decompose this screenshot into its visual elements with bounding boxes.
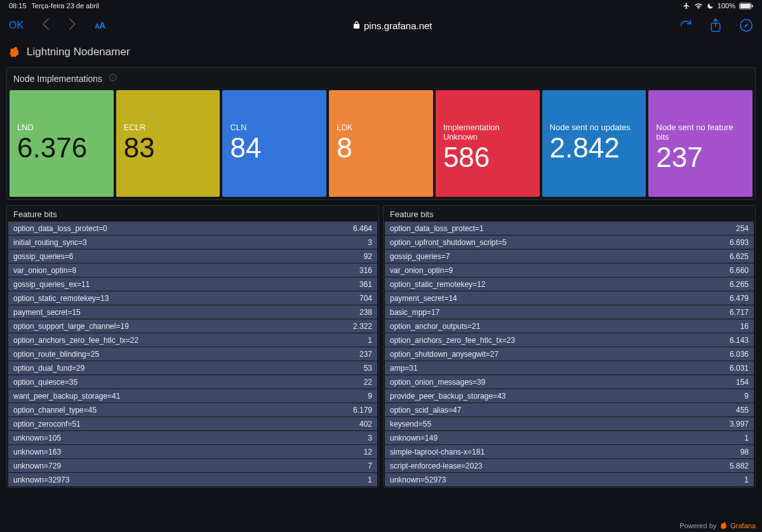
url-host: pins.grafana.net xyxy=(364,20,432,31)
table-row[interactable]: unknown=1053 xyxy=(8,431,377,444)
feature-value: 2.322 xyxy=(348,322,372,331)
feature-value: 6.179 xyxy=(348,406,372,415)
stat-panel[interactable]: LDK8 xyxy=(329,90,433,197)
feature-value: 254 xyxy=(731,224,749,233)
wifi-icon xyxy=(694,3,703,9)
stat-panel[interactable]: ECLR83 xyxy=(116,90,220,197)
feature-value: 316 xyxy=(354,266,372,275)
feature-value: 22 xyxy=(359,378,372,387)
feature-value: 455 xyxy=(731,406,749,415)
table-row[interactable]: option_data_loss_protect=06.464 xyxy=(8,222,377,235)
table-row[interactable]: simple-taproot-chans-x=18198 xyxy=(385,445,754,458)
table-row[interactable]: unknown=1491 xyxy=(385,431,754,444)
table-row[interactable]: option_support_large_channel=192.322 xyxy=(8,319,377,333)
feature-name: option_quiesce=35 xyxy=(13,378,77,387)
text-size-button[interactable]: AA xyxy=(95,20,105,30)
table-row[interactable]: payment_secret=146.479 xyxy=(385,291,754,305)
feature-value: 6.031 xyxy=(725,364,749,373)
table-row[interactable]: want_peer_backup_storage=419 xyxy=(8,389,377,402)
dashboard-header: Lightning Nodenamer xyxy=(0,39,762,62)
info-icon[interactable] xyxy=(109,73,117,84)
table-row[interactable]: option_quiesce=3522 xyxy=(8,375,377,389)
stat-label: LND xyxy=(17,123,106,133)
feature-name: option_shutdown_anysegwit=27 xyxy=(390,350,498,359)
table-row[interactable]: option_zeroconf=51402 xyxy=(8,417,377,430)
table-row[interactable]: option_static_remotekey=13704 xyxy=(8,291,377,305)
table-row[interactable]: provide_peer_backup_storage=439 xyxy=(385,389,754,402)
stat-panel[interactable]: LND6.376 xyxy=(10,90,114,197)
table-row[interactable]: gossip_queries_ex=11361 xyxy=(8,277,377,291)
table-row[interactable]: option_scid_alias=47455 xyxy=(385,403,754,416)
feature-name: option_anchor_outputs=21 xyxy=(390,322,480,331)
feature-value: 6.660 xyxy=(725,266,749,275)
forward-button[interactable] xyxy=(68,18,77,33)
table-row[interactable]: unknown=529731 xyxy=(385,473,754,486)
feature-bits-table[interactable]: option_data_loss_protect=06.464initial_r… xyxy=(7,222,378,487)
dashboard-title[interactable]: Lightning Nodenamer xyxy=(27,46,130,58)
ipad-status-bar: 08:15 Terça-feira 23 de abril 100% xyxy=(0,0,762,11)
table-row[interactable]: unknown=16312 xyxy=(8,445,377,458)
table-row[interactable]: gossip_queries=692 xyxy=(8,249,377,263)
table-row[interactable]: initial_routing_sync=33 xyxy=(8,236,377,249)
url-bar[interactable]: pins.grafana.net xyxy=(353,20,432,31)
feature-name: option_anchors_zero_fee_htlc_tx=23 xyxy=(390,336,515,345)
back-button[interactable] xyxy=(41,18,50,33)
table-row[interactable]: option_dual_fund=2953 xyxy=(8,361,377,375)
feature-name: unknown=149 xyxy=(390,434,438,442)
table-row[interactable]: option_static_remotekey=126.265 xyxy=(385,277,754,291)
powered-by-label: Powered by xyxy=(679,522,716,529)
feature-name: option_route_blinding=25 xyxy=(13,350,99,359)
stat-value: 8 xyxy=(337,133,425,163)
table-row[interactable]: option_onion_messages=39154 xyxy=(385,375,754,389)
stat-value: 237 xyxy=(656,142,745,173)
feature-value: 1 xyxy=(363,475,372,484)
table-row[interactable]: option_anchor_outputs=2116 xyxy=(385,319,754,333)
feature-name: option_static_remotekey=12 xyxy=(390,280,485,289)
feature-name: payment_secret=15 xyxy=(13,308,81,317)
feature-value: 402 xyxy=(354,420,372,429)
reload-button[interactable] xyxy=(679,19,692,32)
table-row[interactable]: script-enforced-lease=20235.882 xyxy=(385,459,754,472)
feature-value: 92 xyxy=(359,252,372,261)
feature-bits-table[interactable]: option_data_loss_protect=1254option_upfr… xyxy=(384,222,755,487)
table-row[interactable]: keysend=553.997 xyxy=(385,417,754,430)
stat-label: CLN xyxy=(230,123,319,133)
done-button[interactable]: OK xyxy=(9,20,23,31)
table-row[interactable]: unknown=7297 xyxy=(8,459,377,472)
table-row[interactable]: option_route_blinding=25237 xyxy=(8,347,377,361)
share-button[interactable] xyxy=(710,18,721,32)
feature-value: 6.693 xyxy=(725,238,749,247)
stat-panel[interactable]: CLN84 xyxy=(222,90,326,197)
safari-compass-button[interactable] xyxy=(739,18,753,32)
table-row[interactable]: basic_mpp=176.717 xyxy=(385,305,754,319)
status-time: 08:15 xyxy=(9,2,27,10)
feature-name: option_upfront_shutdown_script=5 xyxy=(390,238,507,247)
feature-value: 6.036 xyxy=(725,350,749,359)
table-row[interactable]: option_channel_type=456.179 xyxy=(8,403,377,416)
stat-panel[interactable]: Implementation Unknown586 xyxy=(436,90,540,197)
feature-bits-left-panel: Feature bits option_data_loss_protect=06… xyxy=(6,205,379,488)
table-row[interactable]: gossip_queries=76.625 xyxy=(385,249,754,263)
feature-value: 9 xyxy=(739,392,749,401)
grafana-logo-icon xyxy=(9,46,20,58)
feature-name: option_zeroconf=51 xyxy=(13,420,81,429)
panel-title: Feature bits xyxy=(384,206,755,222)
stat-panel[interactable]: Node sent no feature bits237 xyxy=(648,90,752,197)
table-row[interactable]: option_upfront_shutdown_script=56.693 xyxy=(385,236,754,249)
svg-point-8 xyxy=(113,76,114,76)
grafana-brand[interactable]: Grafana xyxy=(720,522,756,529)
table-row[interactable]: unknown=329731 xyxy=(8,473,377,486)
table-row[interactable]: var_onion_optin=8316 xyxy=(8,263,377,277)
table-row[interactable]: amp=316.031 xyxy=(385,361,754,375)
feature-name: unknown=105 xyxy=(13,434,61,442)
table-row[interactable]: var_onion_optin=96.660 xyxy=(385,263,754,277)
table-row[interactable]: option_data_loss_protect=1254 xyxy=(385,222,754,235)
table-row[interactable]: option_anchors_zero_fee_htlc_tx=236.143 xyxy=(385,333,754,347)
table-row[interactable]: payment_secret=15238 xyxy=(8,305,377,319)
status-date: Terça-feira 23 de abril xyxy=(32,2,99,10)
stat-panel[interactable]: Node sent no updates2.842 xyxy=(542,90,646,197)
table-row[interactable]: option_anchors_zero_fee_htlc_tx=221 xyxy=(8,333,377,347)
feature-value: 361 xyxy=(354,280,372,289)
row-header-node-implementations[interactable]: Node Implementations xyxy=(6,67,756,88)
table-row[interactable]: option_shutdown_anysegwit=276.036 xyxy=(385,347,754,361)
